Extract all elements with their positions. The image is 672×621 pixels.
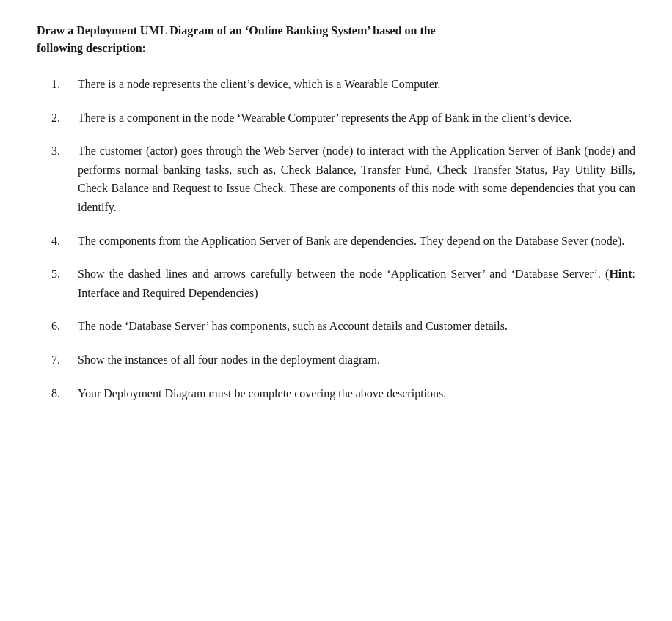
list-number-1: 1. [51, 75, 78, 94]
list-content-7: Show the instances of all four nodes in … [78, 350, 635, 370]
heading-line1: Draw a Deployment UML Diagram of an ‘Onl… [37, 24, 436, 37]
list-number-7: 7. [51, 350, 78, 370]
list-item: 6. The node ‘Database Server’ has compon… [51, 317, 635, 336]
list-item: 5. Show the dashed lines and arrows care… [51, 265, 635, 302]
list-content-6: The node ‘Database Server’ has component… [78, 317, 635, 336]
list-content-5: Show the dashed lines and arrows careful… [78, 265, 635, 302]
list-item: 8. Your Deployment Diagram must be compl… [51, 384, 635, 403]
list-number-4: 4. [51, 232, 78, 251]
heading-line2: following description: [37, 42, 146, 54]
list-item: 3. The customer (actor) goes through the… [51, 142, 635, 216]
list-content-2: There is a component in the node ‘Wearab… [78, 109, 635, 128]
list-number-3: 3. [51, 142, 78, 216]
hint-text-before: Show the dashed lines and arrows careful… [78, 268, 609, 280]
list-number-8: 8. [51, 384, 78, 403]
list-content-4: The components from the Application Serv… [78, 232, 635, 251]
list-item: 1. There is a node represents the client… [51, 75, 635, 94]
list-number-6: 6. [51, 317, 78, 336]
heading: Draw a Deployment UML Diagram of an ‘Onl… [37, 22, 635, 57]
list-number-2: 2. [51, 109, 78, 128]
hint-label: Hint [609, 268, 632, 280]
list-content-3: The customer (actor) goes through the We… [78, 142, 635, 216]
list-number-5: 5. [51, 265, 78, 302]
list-item: 4. The components from the Application S… [51, 232, 635, 251]
instructions-list: 1. There is a node represents the client… [51, 75, 635, 403]
list-item: 7. Show the instances of all four nodes … [51, 350, 635, 370]
list-content-1: There is a node represents the client’s … [78, 75, 635, 94]
list-item: 2. There is a component in the node ‘Wea… [51, 109, 635, 128]
list-content-8: Your Deployment Diagram must be complete… [78, 384, 635, 403]
